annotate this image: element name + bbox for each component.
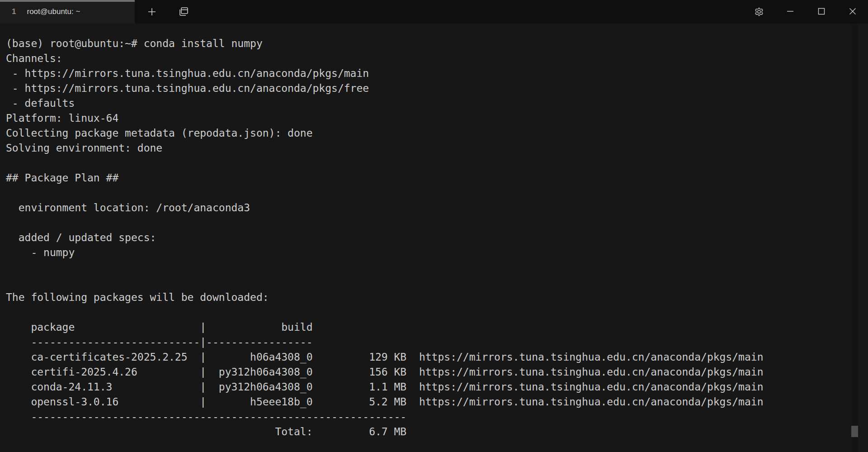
terminal-viewport[interactable]: (base) root@ubuntu:~# conda install nump… <box>0 24 868 452</box>
maximize-button[interactable] <box>806 0 837 24</box>
scrollbar-track[interactable] <box>851 24 858 452</box>
titlebar-drag-region[interactable] <box>193 0 748 24</box>
close-button[interactable] <box>837 0 868 24</box>
settings-button[interactable] <box>748 0 770 24</box>
tab-title: root@ubuntu: ~ <box>27 7 80 16</box>
new-tab-button[interactable] <box>142 0 162 24</box>
minus-icon <box>787 8 794 16</box>
titlebar: 1 root@ubuntu: ~ <box>0 0 868 24</box>
terminal-output: (base) root@ubuntu:~# conda install nump… <box>0 24 868 439</box>
tab-1[interactable]: 1 root@ubuntu: ~ <box>0 0 135 24</box>
gear-icon <box>754 6 764 17</box>
scrollbar-thumb[interactable] <box>851 426 858 437</box>
square-icon <box>818 8 825 16</box>
tab-switcher-button[interactable] <box>174 0 193 24</box>
tab-index: 1 <box>12 7 16 16</box>
stacked-windows-icon <box>178 6 189 18</box>
minimize-button[interactable] <box>774 0 806 24</box>
active-tab-indicator <box>0 0 135 2</box>
x-icon <box>849 8 856 16</box>
plus-icon <box>147 7 157 17</box>
